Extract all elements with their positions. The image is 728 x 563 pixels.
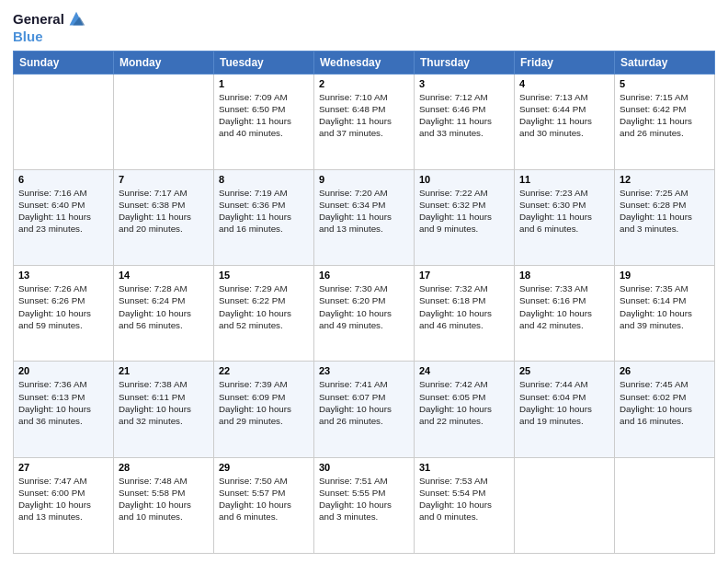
day-number: 16 [319,270,409,281]
day-info: Sunrise: 7:25 AMSunset: 6:28 PMDaylight:… [620,187,710,236]
weekday-sunday: Sunday [14,51,114,74]
calendar-cell [14,74,114,169]
calendar-cell: 9Sunrise: 7:20 AMSunset: 6:34 PMDaylight… [314,169,415,265]
calendar-cell [515,457,615,553]
day-number: 5 [620,78,710,89]
calendar-cell: 6Sunrise: 7:16 AMSunset: 6:40 PMDaylight… [14,169,114,265]
day-number: 1 [219,78,309,89]
day-number: 4 [519,78,609,89]
day-info: Sunrise: 7:28 AMSunset: 6:24 PMDaylight:… [119,282,209,331]
calendar-cell: 4Sunrise: 7:13 AMSunset: 6:44 PMDaylight… [515,74,615,169]
day-number: 30 [319,462,409,473]
calendar-cell: 7Sunrise: 7:17 AMSunset: 6:38 PMDaylight… [114,169,214,265]
day-info: Sunrise: 7:16 AMSunset: 6:40 PMDaylight:… [18,187,108,236]
day-number: 18 [519,270,609,281]
day-number: 27 [18,462,108,473]
calendar-cell: 24Sunrise: 7:42 AMSunset: 6:05 PMDayligh… [415,362,515,457]
calendar-body: 1Sunrise: 7:09 AMSunset: 6:50 PMDaylight… [14,74,715,554]
calendar-cell: 26Sunrise: 7:45 AMSunset: 6:02 PMDayligh… [615,362,715,457]
day-number: 28 [119,462,209,473]
calendar-cell: 25Sunrise: 7:44 AMSunset: 6:04 PMDayligh… [515,362,615,457]
day-info: Sunrise: 7:51 AMSunset: 5:55 PMDaylight:… [319,475,409,523]
calendar-cell: 8Sunrise: 7:19 AMSunset: 6:36 PMDaylight… [214,169,314,265]
weekday-monday: Monday [114,51,214,74]
calendar-table: SundayMondayTuesdayWednesdayThursdayFrid… [13,51,715,555]
day-info: Sunrise: 7:53 AMSunset: 5:54 PMDaylight:… [419,475,509,523]
day-number: 9 [319,174,409,185]
weekday-friday: Friday [515,51,615,74]
day-info: Sunrise: 7:50 AMSunset: 5:57 PMDaylight:… [219,475,309,523]
day-info: Sunrise: 7:12 AMSunset: 6:46 PMDaylight:… [419,91,509,140]
day-info: Sunrise: 7:39 AMSunset: 6:09 PMDaylight:… [219,378,309,427]
day-number: 20 [18,365,108,376]
day-info: Sunrise: 7:26 AMSunset: 6:26 PMDaylight:… [18,282,108,331]
page: General Blue SundayMondayTuesdayWednesda… [0,0,728,563]
day-info: Sunrise: 7:47 AMSunset: 6:00 PMDaylight:… [18,475,108,523]
calendar-cell [615,457,715,553]
day-info: Sunrise: 7:42 AMSunset: 6:05 PMDaylight:… [419,378,509,427]
weekday-thursday: Thursday [415,51,515,74]
calendar-cell: 28Sunrise: 7:48 AMSunset: 5:58 PMDayligh… [114,457,214,553]
day-number: 15 [219,270,309,281]
weekday-saturday: Saturday [615,51,715,74]
calendar-week-1: 1Sunrise: 7:09 AMSunset: 6:50 PMDaylight… [14,74,715,169]
day-info: Sunrise: 7:35 AMSunset: 6:14 PMDaylight:… [620,282,710,331]
calendar-cell: 21Sunrise: 7:38 AMSunset: 6:11 PMDayligh… [114,362,214,457]
day-number: 29 [219,462,309,473]
day-info: Sunrise: 7:15 AMSunset: 6:42 PMDaylight:… [620,91,710,140]
day-number: 8 [219,174,309,185]
day-info: Sunrise: 7:36 AMSunset: 6:13 PMDaylight:… [18,378,108,427]
calendar-cell: 19Sunrise: 7:35 AMSunset: 6:14 PMDayligh… [615,266,715,362]
calendar-week-4: 20Sunrise: 7:36 AMSunset: 6:13 PMDayligh… [14,362,715,457]
calendar-cell: 12Sunrise: 7:25 AMSunset: 6:28 PMDayligh… [615,169,715,265]
calendar-cell: 15Sunrise: 7:29 AMSunset: 6:22 PMDayligh… [214,266,314,362]
calendar-cell: 23Sunrise: 7:41 AMSunset: 6:07 PMDayligh… [314,362,415,457]
calendar-cell: 31Sunrise: 7:53 AMSunset: 5:54 PMDayligh… [415,457,515,553]
day-number: 12 [620,174,710,185]
calendar-cell: 10Sunrise: 7:22 AMSunset: 6:32 PMDayligh… [415,169,515,265]
calendar-cell: 22Sunrise: 7:39 AMSunset: 6:09 PMDayligh… [214,362,314,457]
day-number: 25 [519,365,609,376]
day-info: Sunrise: 7:41 AMSunset: 6:07 PMDaylight:… [319,378,409,427]
day-number: 11 [519,174,609,185]
day-number: 17 [419,270,509,281]
day-info: Sunrise: 7:33 AMSunset: 6:16 PMDaylight:… [519,282,609,331]
calendar-cell: 30Sunrise: 7:51 AMSunset: 5:55 PMDayligh… [314,457,415,553]
weekday-wednesday: Wednesday [314,51,415,74]
day-number: 22 [219,365,309,376]
day-number: 7 [119,174,209,185]
logo-blue-text: Blue [13,29,86,45]
day-info: Sunrise: 7:20 AMSunset: 6:34 PMDaylight:… [319,187,409,236]
day-number: 24 [419,365,509,376]
calendar-cell: 11Sunrise: 7:23 AMSunset: 6:30 PMDayligh… [515,169,615,265]
weekday-header-row: SundayMondayTuesdayWednesdayThursdayFrid… [14,51,715,74]
day-info: Sunrise: 7:19 AMSunset: 6:36 PMDaylight:… [219,187,309,236]
day-number: 31 [419,462,509,473]
calendar-cell: 1Sunrise: 7:09 AMSunset: 6:50 PMDaylight… [214,74,314,169]
day-info: Sunrise: 7:48 AMSunset: 5:58 PMDaylight:… [119,475,209,523]
day-number: 6 [18,174,108,185]
calendar-week-2: 6Sunrise: 7:16 AMSunset: 6:40 PMDaylight… [14,169,715,265]
day-info: Sunrise: 7:13 AMSunset: 6:44 PMDaylight:… [519,91,609,140]
day-info: Sunrise: 7:09 AMSunset: 6:50 PMDaylight:… [219,91,309,140]
calendar-cell: 5Sunrise: 7:15 AMSunset: 6:42 PMDaylight… [615,74,715,169]
logo: General Blue [13,9,86,45]
day-info: Sunrise: 7:10 AMSunset: 6:48 PMDaylight:… [319,91,409,140]
calendar-cell: 16Sunrise: 7:30 AMSunset: 6:20 PMDayligh… [314,266,415,362]
calendar-cell: 29Sunrise: 7:50 AMSunset: 5:57 PMDayligh… [214,457,314,553]
day-number: 2 [319,78,409,89]
day-info: Sunrise: 7:30 AMSunset: 6:20 PMDaylight:… [319,282,409,331]
day-number: 10 [419,174,509,185]
header: General Blue [13,9,715,45]
day-number: 13 [18,270,108,281]
calendar-cell: 18Sunrise: 7:33 AMSunset: 6:16 PMDayligh… [515,266,615,362]
day-info: Sunrise: 7:29 AMSunset: 6:22 PMDaylight:… [219,282,309,331]
calendar-cell: 20Sunrise: 7:36 AMSunset: 6:13 PMDayligh… [14,362,114,457]
day-info: Sunrise: 7:23 AMSunset: 6:30 PMDaylight:… [519,187,609,236]
day-info: Sunrise: 7:44 AMSunset: 6:04 PMDaylight:… [519,378,609,427]
day-info: Sunrise: 7:38 AMSunset: 6:11 PMDaylight:… [119,378,209,427]
calendar-cell: 17Sunrise: 7:32 AMSunset: 6:18 PMDayligh… [415,266,515,362]
day-number: 14 [119,270,209,281]
day-number: 3 [419,78,509,89]
day-info: Sunrise: 7:22 AMSunset: 6:32 PMDaylight:… [419,187,509,236]
